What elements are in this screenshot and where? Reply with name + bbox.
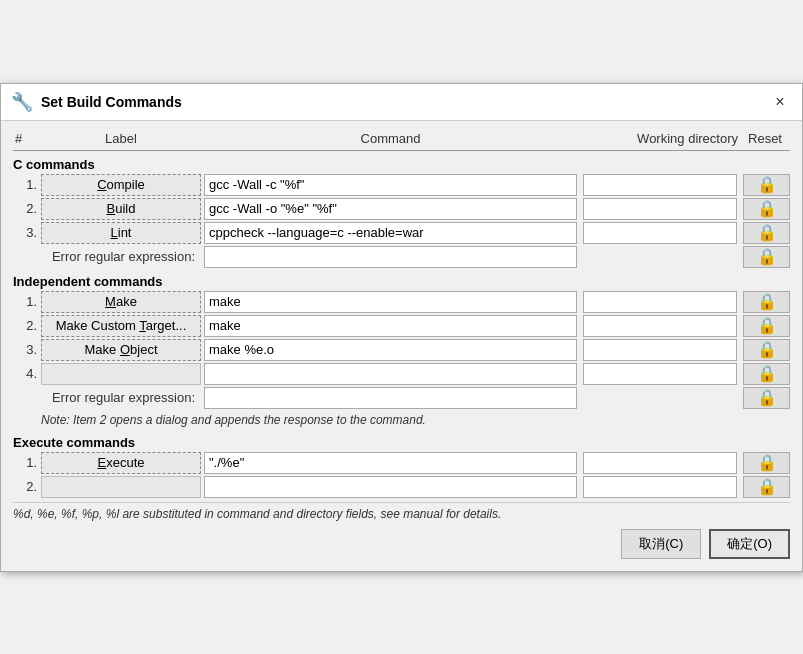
execute-dir-input[interactable] (583, 452, 737, 474)
cancel-button[interactable]: 取消(C) (621, 529, 701, 559)
lock-icon: 🔒 (757, 453, 777, 472)
lock-icon: 🔒 (757, 477, 777, 496)
compile-dir-input[interactable] (583, 174, 737, 196)
indep-error-reset-button[interactable]: 🔒 (743, 387, 790, 409)
make-custom-dir-input[interactable] (583, 315, 737, 337)
lock-icon: 🔒 (757, 247, 777, 266)
lock-icon: 🔒 (757, 199, 777, 218)
execute-command-input[interactable] (204, 452, 577, 474)
lock-icon: 🔒 (757, 388, 777, 407)
indep-error-row: Error regular expression: 🔒 (13, 387, 790, 409)
section-c-commands: C commands (13, 157, 790, 172)
table-row: 3. Lint 🔒 (13, 222, 790, 244)
button-row: 取消(C) 确定(O) (13, 523, 790, 563)
set-build-commands-dialog: 🔧 Set Build Commands × # Label Command W… (0, 83, 803, 572)
lint-command-input[interactable] (204, 222, 577, 244)
table-row: 1. Compile 🔒 (13, 174, 790, 196)
footer-note: %d, %e, %f, %p, %l are substituted in co… (13, 502, 790, 523)
lint-dir-input[interactable] (583, 222, 737, 244)
underline-char: T (139, 318, 146, 333)
underline-char: E (98, 455, 107, 470)
lock-icon: 🔒 (757, 292, 777, 311)
table-row: 3. Make Object 🔒 (13, 339, 790, 361)
execute-empty-reset-button[interactable]: 🔒 (743, 476, 790, 498)
make-object-command-input[interactable] (204, 339, 577, 361)
make-object-reset-button[interactable]: 🔒 (743, 339, 790, 361)
row-number: 2. (13, 201, 41, 216)
make-custom-button[interactable]: Make Custom Target... (41, 315, 201, 337)
empty-execute-label (41, 476, 201, 498)
row-number: 2. (13, 479, 41, 494)
lock-icon: 🔒 (757, 223, 777, 242)
make-button[interactable]: Make (41, 291, 201, 313)
build-command-input[interactable] (204, 198, 577, 220)
table-row: 4. 🔒 (13, 363, 790, 385)
row-number: 1. (13, 455, 41, 470)
close-button[interactable]: × (768, 90, 792, 114)
build-dir-input[interactable] (583, 198, 737, 220)
empty-label (41, 363, 201, 385)
row-number: 3. (13, 342, 41, 357)
indep-empty-command-input[interactable] (204, 363, 577, 385)
lock-icon: 🔒 (757, 340, 777, 359)
c-error-label: Error regular expression: (13, 249, 201, 264)
table-row: 2. Build 🔒 (13, 198, 790, 220)
underline-char: C (97, 177, 106, 192)
col-label: Label (41, 131, 201, 146)
make-custom-reset-button[interactable]: 🔒 (743, 315, 790, 337)
build-button[interactable]: Build (41, 198, 201, 220)
indep-empty-dir-input[interactable] (583, 363, 737, 385)
table-row: 1. Execute 🔒 (13, 452, 790, 474)
dialog-icon: 🔧 (11, 91, 33, 113)
col-num: # (13, 131, 41, 146)
build-reset-button[interactable]: 🔒 (743, 198, 790, 220)
make-object-button[interactable]: Make Object (41, 339, 201, 361)
execute-empty-dir-input[interactable] (583, 476, 737, 498)
c-error-input[interactable] (204, 246, 577, 268)
underline-char: B (107, 201, 116, 216)
underline-char: L (111, 225, 118, 240)
row-number: 4. (13, 366, 41, 381)
lock-icon: 🔒 (757, 175, 777, 194)
lock-icon: 🔒 (757, 364, 777, 383)
execute-reset-button[interactable]: 🔒 (743, 452, 790, 474)
row-number: 1. (13, 177, 41, 192)
table-row: 2. Make Custom Target... 🔒 (13, 315, 790, 337)
underline-char: M (105, 294, 116, 309)
lint-reset-button[interactable]: 🔒 (743, 222, 790, 244)
table-row: 1. Make 🔒 (13, 291, 790, 313)
make-reset-button[interactable]: 🔒 (743, 291, 790, 313)
make-custom-command-input[interactable] (204, 315, 577, 337)
execute-empty-command-input[interactable] (204, 476, 577, 498)
underline-char: O (120, 342, 130, 357)
c-error-reset-button[interactable]: 🔒 (743, 246, 790, 268)
col-reset: Reset (740, 131, 790, 146)
col-command: Command (201, 131, 580, 146)
col-working-dir: Working directory (580, 131, 740, 146)
row-number: 3. (13, 225, 41, 240)
section-execute-commands: Execute commands (13, 435, 790, 450)
make-object-dir-input[interactable] (583, 339, 737, 361)
title-bar: 🔧 Set Build Commands × (1, 84, 802, 121)
table-row: 2. 🔒 (13, 476, 790, 498)
ok-button[interactable]: 确定(O) (709, 529, 790, 559)
c-error-row: Error regular expression: 🔒 (13, 246, 790, 268)
dialog-title: Set Build Commands (41, 94, 182, 110)
make-dir-input[interactable] (583, 291, 737, 313)
make-command-input[interactable] (204, 291, 577, 313)
lock-icon: 🔒 (757, 316, 777, 335)
column-headers: # Label Command Working directory Reset (13, 129, 790, 151)
indep-error-input[interactable] (204, 387, 577, 409)
lint-button[interactable]: Lint (41, 222, 201, 244)
row-number: 2. (13, 318, 41, 333)
indep-empty-reset-button[interactable]: 🔒 (743, 363, 790, 385)
indep-error-label: Error regular expression: (13, 390, 201, 405)
execute-button[interactable]: Execute (41, 452, 201, 474)
compile-button[interactable]: Compile (41, 174, 201, 196)
compile-command-input[interactable] (204, 174, 577, 196)
compile-reset-button[interactable]: 🔒 (743, 174, 790, 196)
dialog-content: # Label Command Working directory Reset … (1, 121, 802, 571)
row-number: 1. (13, 294, 41, 309)
section-independent-commands: Independent commands (13, 274, 790, 289)
indep-note: Note: Item 2 opens a dialog and appends … (13, 411, 790, 429)
